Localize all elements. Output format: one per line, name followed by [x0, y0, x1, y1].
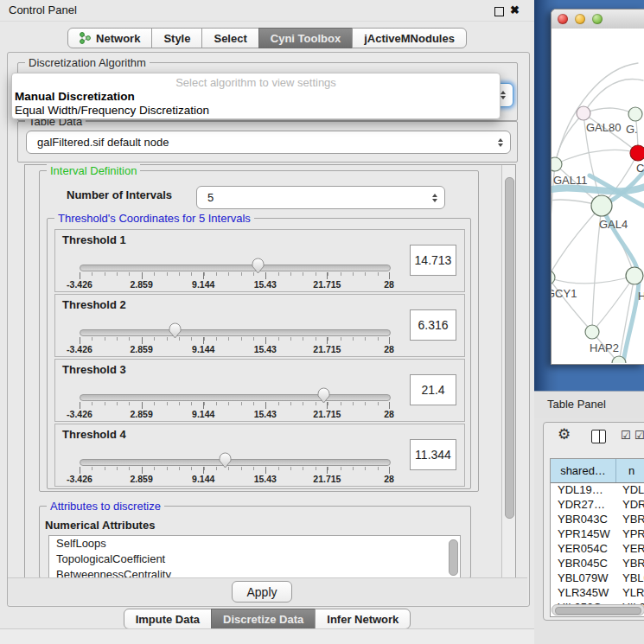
network-view-window: GAL80G.CGAL11GAL4GCY1HHAP2	[551, 9, 644, 365]
threshold-value-field[interactable]: 14.713	[410, 245, 456, 276]
network-canvas[interactable]: GAL80G.CGAL11GAL4GCY1HHAP2	[552, 29, 644, 363]
scrollpane-scrollbar-thumb[interactable]	[505, 177, 514, 519]
tab-cyni-toolbox[interactable]: Cyni Toolbox	[258, 28, 353, 48]
cell-shared-name[interactable]: YDR27…	[551, 498, 615, 513]
network-window-titlebar[interactable]	[552, 10, 644, 29]
cell-name[interactable]: YBR0	[615, 513, 644, 527]
column-header-name[interactable]: n	[616, 459, 644, 482]
attribute-list-item[interactable]: TopologicalCoefficient	[49, 552, 460, 567]
checkbox-icon[interactable]: ☑	[634, 429, 644, 442]
network-edge	[592, 276, 634, 332]
tab-network[interactable]: Network	[67, 28, 152, 48]
network-node-label: C	[636, 162, 644, 175]
network-node-gal11[interactable]	[552, 157, 562, 171]
float-window-icon[interactable]	[494, 7, 504, 16]
threshold-slider-track[interactable]	[80, 329, 391, 336]
network-node-gal80[interactable]	[577, 106, 590, 120]
table-row[interactable]: YDR27…YDR2	[551, 498, 644, 513]
combo-arrows-icon	[498, 138, 503, 147]
group-title: Interval Definition	[47, 164, 140, 177]
network-node-gcy1[interactable]	[552, 271, 555, 284]
bottom-tab-bar: Impute DataDiscretize DataInfer Network	[0, 609, 534, 629]
tab-discretize-data[interactable]: Discretize Data	[211, 609, 316, 629]
network-node-label: HAP2	[590, 341, 619, 354]
threshold-value-field[interactable]: 6.316	[410, 309, 456, 341]
table-scrollbar-thumb[interactable]	[555, 607, 641, 615]
popup-option-equal-width[interactable]: Equal Width/Frequency Discretization	[15, 104, 209, 117]
cell-shared-name[interactable]: YLR345W	[551, 586, 615, 601]
cell-name[interactable]: YER0	[615, 542, 644, 557]
slider-tick-marks	[80, 337, 390, 344]
cell-shared-name[interactable]: YDL19…	[551, 483, 615, 498]
table-row[interactable]: YBL079WYBL0	[551, 571, 644, 586]
network-node-hap2[interactable]	[585, 325, 599, 339]
zoom-traffic-light-icon[interactable]	[592, 14, 603, 24]
control-panel-titlebar: Control Panel	[0, 0, 534, 22]
slider-scale-label: 2.859	[130, 344, 152, 354]
close-icon[interactable]: ✖	[510, 3, 520, 16]
slider-scale-label: 9.144	[192, 409, 214, 419]
gear-icon[interactable]: ⚙	[558, 425, 571, 443]
network-edge	[552, 206, 602, 277]
cell-name[interactable]: YBR0	[615, 557, 644, 571]
table-horizontal-scrollbar[interactable]	[552, 604, 644, 615]
cell-name[interactable]: YLR3	[615, 586, 644, 601]
slider-scale-label: 28	[384, 409, 394, 419]
threshold-slider-track[interactable]	[80, 265, 391, 271]
tab-select[interactable]: Select	[201, 28, 258, 48]
tab-style[interactable]: Style	[151, 28, 202, 48]
numerical-attributes-list[interactable]: SelfLoopsTopologicalCoefficientBetweenne…	[48, 535, 461, 578]
table-row[interactable]: YBR045CYBR0	[551, 557, 644, 571]
cell-shared-name[interactable]: YBL079W	[551, 571, 615, 586]
tab-label: Impute Data	[136, 613, 200, 626]
slider-scale: -3.4262.8599.14415.4321.71528	[55, 409, 464, 419]
network-node-h[interactable]	[626, 267, 643, 284]
minimize-traffic-light-icon[interactable]	[575, 14, 585, 24]
table-row[interactable]: YBR043CYBR0	[551, 513, 644, 527]
table-row[interactable]: YER054CYER0	[551, 542, 644, 557]
threshold-label: Threshold 3	[62, 363, 126, 376]
tab-impute-data[interactable]: Impute Data	[124, 609, 212, 629]
cell-shared-name[interactable]: YPR145W	[551, 527, 615, 542]
threshold-value-field[interactable]: 21.4	[410, 374, 456, 405]
threshold-slider-track[interactable]	[80, 459, 391, 466]
popup-option-manual[interactable]: Manual Discretization	[15, 90, 135, 103]
cell-shared-name[interactable]: YBR045C	[551, 557, 615, 571]
cell-name[interactable]: YBL0	[615, 571, 644, 586]
column-header-shared[interactable]: shared…	[551, 459, 616, 482]
cell-shared-name[interactable]: YBR043C	[551, 513, 615, 527]
cell-name[interactable]: YDR2	[615, 498, 644, 513]
attribute-list-item[interactable]: SelfLoops	[49, 536, 460, 552]
table-row[interactable]: YPR145WYPR1	[551, 527, 644, 542]
table-data-combo[interactable]: galFiltered.sif default node	[26, 131, 511, 154]
cell-name[interactable]: YDL1	[615, 483, 644, 498]
close-traffic-light-icon[interactable]	[558, 14, 568, 24]
tab-infer-network[interactable]: Infer Network	[315, 609, 411, 629]
cell-name[interactable]: YPR1	[615, 527, 644, 542]
slider-tick-marks	[80, 272, 390, 279]
columns-icon[interactable]	[591, 430, 606, 443]
network-node-g[interactable]	[628, 107, 642, 121]
group-title: Discretization Algorithm	[25, 56, 150, 69]
threshold-value-field[interactable]: 11.344	[410, 439, 456, 470]
table-row[interactable]: YLR345WYLR3	[551, 586, 644, 601]
network-node-gal4[interactable]	[591, 195, 612, 216]
number-of-intervals-spinner[interactable]: 5	[196, 186, 445, 209]
tab-label: Infer Network	[327, 613, 399, 626]
node-attribute-table[interactable]: shared… n YDL19…YDL1YDR27…YDR2YBR043CYBR…	[550, 458, 644, 617]
network-edge	[552, 277, 592, 332]
network-node-c[interactable]	[630, 145, 644, 161]
slider-scale-label: 9.144	[192, 279, 214, 290]
network-tab-icon	[80, 32, 91, 44]
tab-jactivemnodules[interactable]: jActiveMNodules	[352, 28, 467, 48]
apply-button[interactable]: Apply	[232, 581, 292, 603]
threshold-slider-track[interactable]	[80, 394, 391, 401]
slider-scale-label: 15.43	[254, 344, 277, 354]
network-edge	[555, 63, 638, 164]
slider-scale-label: 21.715	[313, 409, 341, 419]
list-scrollbar[interactable]	[449, 539, 458, 576]
table-row[interactable]: YDL19…YDL1	[551, 483, 644, 498]
scrollpane-scrollbar-track[interactable]	[501, 165, 515, 578]
checkbox-icon[interactable]: ☑	[621, 429, 631, 442]
cell-shared-name[interactable]: YER054C	[551, 542, 615, 557]
